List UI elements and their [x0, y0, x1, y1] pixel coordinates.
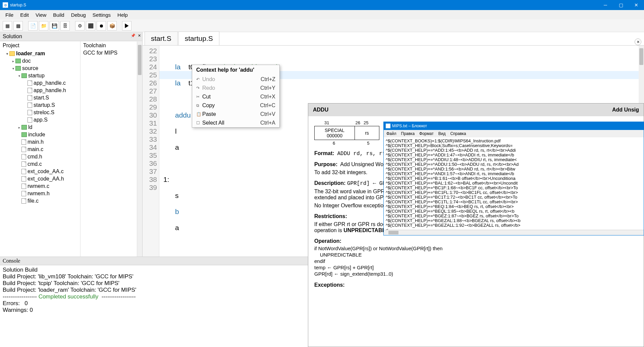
run-button[interactable] [122, 21, 131, 30]
bits-table: SPECIAL000000rs [314, 126, 379, 140]
titlebar: ⚙ startup.S ─ ▢ ✕ [0, 0, 644, 10]
tree-app-s[interactable]: app.S [0, 116, 80, 124]
tree-main-c[interactable]: main.c [0, 146, 80, 153]
notepad-title: MIPS.txt – Блокнот [392, 124, 427, 128]
save-all-button[interactable]: 🗄 [60, 21, 70, 30]
tree-main-h[interactable]: main.h [0, 138, 80, 146]
tab-start[interactable]: start.S [145, 31, 178, 45]
menu-debug[interactable]: Debug [68, 11, 89, 19]
toolchain-header: Toolchain [83, 43, 140, 49]
gear-button[interactable]: ⚙ [75, 21, 85, 30]
notepad-text[interactable]: ^$(CONTEXT_BOOKS)=1:$(CDIR)\MIPS64_Instr… [384, 137, 644, 230]
menu-build[interactable]: Build [50, 11, 67, 19]
help-mnemonic: ADDU [313, 107, 328, 113]
menubar: File Edit View Build Debug Settings Help [0, 10, 644, 19]
line-gutter: 222324252627282930313233343536373839 [143, 46, 159, 257]
tree-include[interactable]: include [0, 131, 80, 138]
notepad-menu-view[interactable]: Вид [438, 131, 446, 136]
notepad-window: MIPS.txt – Блокнот Файл Правка Формат Ви… [383, 122, 644, 235]
package-button[interactable]: 📦 [107, 21, 117, 30]
maximize-button[interactable]: ▢ [613, 0, 629, 10]
menu-view[interactable]: View [32, 11, 50, 19]
tree-ld[interactable]: ▸ld [0, 124, 80, 131]
notepad-titlebar[interactable]: MIPS.txt – Блокнот [384, 122, 644, 130]
open-button[interactable]: 📁 [39, 21, 48, 30]
tree-ext-code-aa-c[interactable]: ext_code_AA.c [0, 168, 80, 175]
solution-header: Solution 📌 ✕ [0, 32, 142, 41]
project-column-header: Project [0, 41, 80, 50]
toolchain-value: GCC for MIPS [83, 50, 140, 56]
help-name: Add Unsig [612, 107, 639, 113]
tab-startup[interactable]: startup.S [178, 31, 219, 45]
tree-startup-s[interactable]: startup.S [0, 101, 80, 109]
stop-button[interactable]: ⬛ [86, 21, 95, 30]
menu-select-all[interactable]: ☐Select AllCtrl+A [192, 119, 279, 127]
menu-settings[interactable]: Settings [89, 11, 114, 19]
tree-file-c[interactable]: file.c [0, 197, 80, 205]
menu-copy[interactable]: ⧉CopyCtrl+C [192, 101, 279, 110]
tree-startup[interactable]: ▾startup [0, 72, 80, 79]
save-button[interactable]: 💾 [50, 21, 59, 30]
toolbar: ▦ ▩ 📄 📁 💾 🗄 ⚙ ⬛ ⏺ 📦 [0, 19, 644, 32]
toolbar-btn-1[interactable]: ▦ [3, 21, 12, 30]
tree-root[interactable]: ▾loader_ram [0, 50, 80, 57]
project-tree: ▾loader_ram ▸doc ▾source ▾startup app_ha… [0, 50, 80, 205]
tab-close-button[interactable]: ✕ [635, 39, 641, 45]
tree-ext-code-aa-h[interactable]: ext_code_AA.h [0, 175, 80, 183]
tree-start-s[interactable]: start.S [0, 94, 80, 101]
tree-cmd-h[interactable]: cmd.h [0, 153, 80, 160]
notepad-menu-file[interactable]: Файл [386, 131, 396, 136]
context-menu-title: Context help for 'addu' [192, 65, 279, 75]
window-title: startup.S [10, 3, 26, 7]
menu-edit[interactable]: Edit [17, 11, 32, 19]
notepad-menubar: Файл Правка Формат Вид Справка [384, 130, 644, 137]
notepad-hscroll[interactable] [384, 230, 644, 235]
menu-cut[interactable]: ✂CutCtrl+X [192, 92, 279, 101]
tree-rwmem-h[interactable]: rwmem.h [0, 190, 80, 197]
context-menu: Context help for 'addu' ↶UndoCtrl+Z ↷Red… [192, 65, 280, 128]
close-panel-icon[interactable]: ✕ [138, 33, 141, 38]
record-button[interactable]: ⏺ [97, 21, 106, 30]
new-file-button[interactable]: 📄 [28, 21, 38, 30]
tree-rwmem-c[interactable]: rwmem.c [0, 183, 80, 190]
tree-doc[interactable]: ▸doc [0, 57, 80, 65]
tree-root-label: loader_ram [16, 51, 45, 57]
tree-app-handle-c[interactable]: app_handle.c [0, 79, 80, 87]
menu-paste[interactable]: 📋PasteCtrl+V [192, 110, 279, 119]
notepad-icon [386, 124, 390, 128]
editor-tabs: start.S startup.S ✕ [143, 32, 644, 46]
menu-help[interactable]: Help [114, 11, 131, 19]
close-button[interactable]: ✕ [629, 0, 644, 10]
notepad-menu-format[interactable]: Формат [419, 131, 434, 136]
pin-icon[interactable]: 📌 [131, 33, 136, 38]
notepad-menu-edit[interactable]: Правка [401, 131, 415, 136]
tree-app-handle-h[interactable]: app_handle.h [0, 87, 80, 94]
solution-header-label: Solution [3, 33, 22, 39]
operation-code: if NotWordValue(GPR[rs]) or NotWordValue… [314, 246, 638, 277]
menu-redo[interactable]: ↷RedoCtrl+Y [192, 84, 279, 92]
minimize-button[interactable]: ─ [598, 0, 613, 10]
tree-cmd-c[interactable]: cmd.c [0, 160, 80, 168]
menu-file[interactable]: File [2, 11, 17, 19]
app-icon: ⚙ [3, 2, 8, 8]
solution-panel: Solution 📌 ✕ Project ▾loader_ram ▸doc ▾s… [0, 32, 143, 257]
notepad-menu-help[interactable]: Справка [450, 131, 466, 136]
tree-streloc-s[interactable]: streloc.S [0, 109, 80, 116]
left-scrollbar[interactable] [137, 42, 142, 257]
menu-undo[interactable]: ↶UndoCtrl+Z [192, 75, 279, 84]
tree-source[interactable]: ▾source [0, 65, 80, 72]
toolbar-btn-2[interactable]: ▩ [13, 21, 23, 30]
